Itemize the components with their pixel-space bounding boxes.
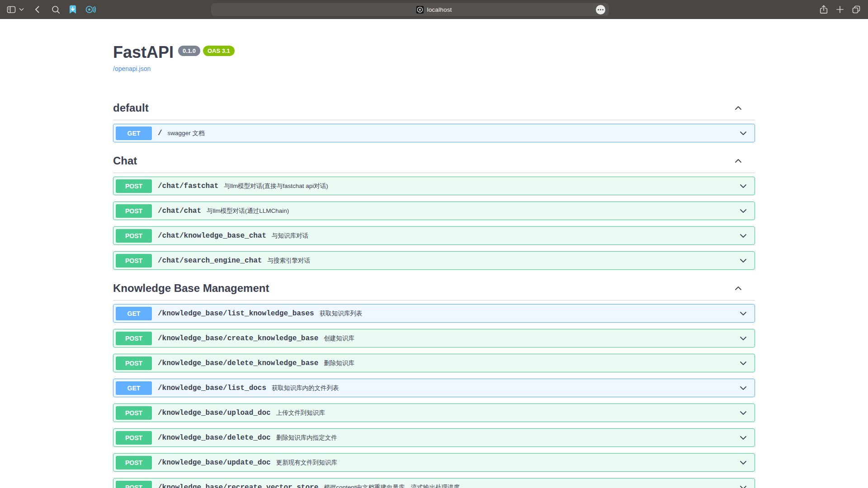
method-badge: POST	[116, 179, 152, 193]
section-title: default	[113, 101, 149, 114]
expand-chevron-icon[interactable]	[739, 384, 748, 393]
operation-path: /chat/chat	[158, 207, 201, 215]
browser-toolbar: localhost	[0, 0, 868, 19]
operation-row[interactable]: POST /chat/search_engine_chat 与搜索引擎对话	[113, 251, 755, 270]
url-display: localhost	[416, 3, 452, 16]
section-title: Knowledge Base Management	[113, 282, 269, 295]
operation-row[interactable]: POST /knowledge_base/delete_doc 删除知识库内指定…	[113, 428, 755, 447]
sidebar-icon[interactable]	[6, 5, 16, 14]
operation-description: 获取知识库内的文件列表	[272, 384, 339, 392]
operation-description: 删除知识库内指定文件	[276, 434, 337, 442]
operation-description: 与搜索引擎对话	[267, 257, 310, 265]
page-settings-ellipsis-button[interactable]	[596, 5, 605, 14]
method-badge: POST	[116, 204, 152, 218]
section-header[interactable]: Chat	[113, 150, 755, 173]
operation-path: /chat/knowledge_base_chat	[158, 232, 266, 240]
operation-path: /knowledge_base/create_knowledge_base	[158, 334, 318, 343]
share-icon[interactable]	[819, 5, 829, 14]
expand-chevron-icon[interactable]	[739, 334, 748, 343]
operation-path: /chat/fastchat	[158, 182, 218, 190]
operation-row[interactable]: POST /knowledge_base/update_doc 更新现有文件到知…	[113, 453, 755, 472]
expand-chevron-icon[interactable]	[739, 182, 748, 191]
method-badge: POST	[116, 456, 152, 469]
section-operations: POST /chat/fastchat 与llm模型对话(直接与fastchat…	[113, 173, 755, 270]
expand-chevron-icon[interactable]	[739, 359, 748, 368]
extension-bookmark-icon[interactable]	[68, 5, 78, 14]
section-header[interactable]: Knowledge Base Management	[113, 277, 755, 300]
expand-chevron-icon[interactable]	[739, 309, 748, 318]
operation-row[interactable]: POST /knowledge_base/upload_doc 上传文件到知识库	[113, 404, 755, 422]
tab-overview-icon[interactable]	[851, 5, 861, 14]
url-text: localhost	[427, 6, 452, 13]
fastapi-favicon	[416, 6, 424, 14]
operation-row[interactable]: POST /knowledge_base/delete_knowledge_ba…	[113, 354, 755, 372]
version-badge: 0.1.0	[178, 46, 200, 56]
operation-row[interactable]: GET /knowledge_base/list_docs 获取知识库内的文件列…	[113, 379, 755, 397]
section-operations: GET /knowledge_base/list_knowledge_bases…	[113, 300, 755, 488]
operation-row[interactable]: GET / swagger 文档	[113, 124, 755, 142]
api-section: Chat POST /chat/fastchat 与llm模型对话(直接与fas…	[113, 150, 755, 270]
expand-chevron-icon[interactable]	[739, 433, 748, 442]
method-badge: POST	[116, 332, 152, 345]
operation-row[interactable]: POST /chat/fastchat 与llm模型对话(直接与fastchat…	[113, 177, 755, 195]
operation-description: 根据content中文档重建向量库，流式输出处理进度。	[324, 483, 466, 488]
operation-description: 更新现有文件到知识库	[276, 459, 337, 467]
collapse-chevron-icon[interactable]	[734, 284, 743, 293]
operation-path: /	[158, 129, 162, 137]
api-info-block: FastAPI 0.1.0 OAS 3.1 /openapi.json	[113, 42, 755, 73]
api-section: Knowledge Base Management GET /knowledge…	[113, 277, 755, 488]
operation-description: swagger 文档	[168, 129, 205, 137]
method-badge: POST	[116, 431, 152, 445]
oas-badge: OAS 3.1	[203, 46, 235, 56]
operation-description: 与llm模型对话(直接与fastchat api对话)	[224, 182, 328, 190]
expand-chevron-icon[interactable]	[739, 256, 748, 265]
operation-row[interactable]: POST /knowledge_base/create_knowledge_ba…	[113, 329, 755, 347]
operation-description: 与知识库对话	[272, 232, 308, 240]
method-badge: POST	[116, 357, 152, 370]
api-sections: default GET / swagger 文档 Chat POST /chat…	[113, 97, 755, 488]
operation-row[interactable]: POST /chat/knowledge_base_chat 与知识库对话	[113, 226, 755, 245]
method-badge: GET	[116, 381, 152, 395]
expand-chevron-icon[interactable]	[739, 483, 748, 488]
api-section: default GET / swagger 文档	[113, 97, 755, 142]
operation-path: /knowledge_base/list_knowledge_bases	[158, 310, 314, 318]
operation-description: 与llm模型对话(通过LLMChain)	[207, 207, 289, 215]
operation-path: /knowledge_base/delete_doc	[158, 434, 271, 442]
openapi-spec-link[interactable]: /openapi.json	[113, 65, 151, 72]
swagger-ui-page: FastAPI 0.1.0 OAS 3.1 /openapi.json defa…	[113, 42, 755, 488]
chevron-down-icon[interactable]	[19, 8, 24, 11]
expand-chevron-icon[interactable]	[739, 206, 748, 216]
section-operations: GET / swagger 文档	[113, 120, 755, 142]
operation-path: /knowledge_base/list_docs	[158, 384, 266, 392]
address-bar[interactable]: localhost	[211, 3, 609, 16]
operation-path: /knowledge_base/upload_doc	[158, 409, 271, 417]
operation-path: /knowledge_base/update_doc	[158, 459, 271, 467]
collapse-chevron-icon[interactable]	[734, 103, 743, 113]
expand-chevron-icon[interactable]	[739, 458, 748, 467]
extension-broadcast-icon[interactable]	[85, 5, 96, 14]
expand-chevron-icon[interactable]	[739, 231, 748, 240]
operation-row[interactable]: POST /knowledge_base/recreate_vector_sto…	[113, 478, 755, 488]
operation-row[interactable]: GET /knowledge_base/list_knowledge_bases…	[113, 304, 755, 323]
operation-row[interactable]: POST /chat/chat 与llm模型对话(通过LLMChain)	[113, 202, 755, 220]
back-icon[interactable]	[33, 5, 42, 14]
expand-chevron-icon[interactable]	[739, 408, 748, 418]
method-badge: POST	[116, 254, 152, 267]
section-title: Chat	[113, 154, 137, 167]
section-header[interactable]: default	[113, 97, 755, 120]
collapse-chevron-icon[interactable]	[734, 156, 743, 165]
new-tab-icon[interactable]	[835, 5, 844, 14]
operation-path: /knowledge_base/delete_knowledge_base	[158, 359, 318, 367]
method-badge: GET	[116, 127, 152, 140]
expand-chevron-icon[interactable]	[739, 129, 748, 138]
page-title: FastAPI	[113, 42, 174, 62]
method-badge: GET	[116, 307, 152, 320]
method-badge: POST	[116, 229, 152, 243]
operation-path: /knowledge_base/recreate_vector_store	[158, 483, 318, 488]
operation-description: 创建知识库	[324, 334, 354, 343]
operation-description: 删除知识库	[324, 359, 354, 367]
operation-path: /chat/search_engine_chat	[158, 257, 262, 265]
operation-description: 上传文件到知识库	[276, 409, 325, 417]
search-icon[interactable]	[51, 5, 61, 14]
method-badge: POST	[116, 481, 152, 488]
